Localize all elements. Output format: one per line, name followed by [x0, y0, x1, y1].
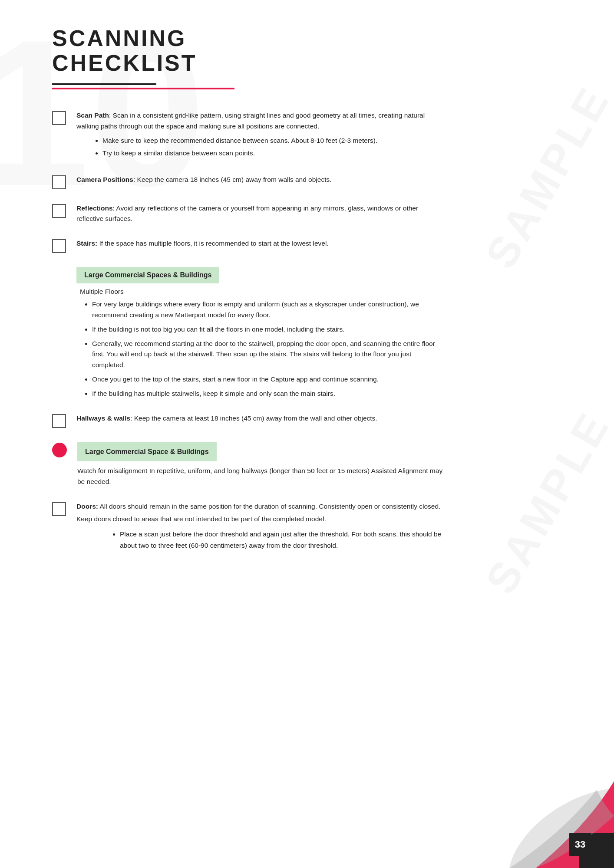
- circle-icon-lc2: [52, 443, 67, 457]
- reflections-label: Reflections: [76, 204, 113, 212]
- lc-bullet-3: Generally, we recommend starting at the …: [92, 339, 443, 371]
- svg-point-0: [487, 762, 614, 868]
- page-number: 33: [569, 833, 591, 856]
- doors-bullet-1: Place a scan just before the door thresh…: [120, 529, 443, 551]
- checklist-item-camera: Camera Positions: Keep the camera 18 inc…: [52, 174, 443, 189]
- checkbox-stairs[interactable]: [52, 239, 66, 253]
- large-commercial-section-1: Large Commercial Spaces & Buildings Mult…: [52, 267, 443, 399]
- checklist-item-lc2: Large Commercial Space & Buildings Watch…: [52, 442, 443, 487]
- large-commercial-header-2: Large Commercial Space & Buildings: [77, 442, 217, 462]
- doors-label: Doors:: [76, 503, 98, 510]
- page-header: SCANNING CHECKLIST: [52, 26, 443, 89]
- lc-bullet-4: Once you get to the top of the stairs, s…: [92, 374, 443, 385]
- checklist-item-hallways: Hallways & walls: Keep the camera at lea…: [52, 413, 443, 428]
- checkbox-scan-path[interactable]: [52, 111, 66, 125]
- scan-path-bullets: Make sure to keep the recommended distan…: [102, 135, 443, 159]
- header-line-dark: [52, 83, 156, 85]
- header-line-red: [52, 88, 234, 89]
- doors-bullets-container: Place a scan just before the door thresh…: [111, 529, 443, 551]
- checkbox-reflections[interactable]: [52, 204, 66, 218]
- header-lines: [52, 83, 443, 89]
- scan-path-text: Scan Path: Scan in a consistent grid-lik…: [76, 110, 443, 160]
- camera-label: Camera Positions: [76, 176, 133, 183]
- multiple-floors-label: Multiple Floors: [80, 288, 443, 296]
- hallways-label: Hallways & walls: [76, 414, 130, 422]
- stairs-text: Stairs: If the space has multiple floors…: [76, 238, 443, 249]
- checkbox-doors[interactable]: [52, 502, 66, 516]
- hallways-desc: : Keep the camera at least 18 inches (45…: [130, 414, 377, 422]
- lc2-text: Large Commercial Space & Buildings Watch…: [77, 442, 443, 487]
- sample-watermark-1: SAMPLE: [476, 77, 614, 277]
- main-content: SCANNING CHECKLIST Scan Path: Scan in a …: [0, 0, 478, 592]
- checklist-section: Scan Path: Scan in a consistent grid-lik…: [52, 110, 443, 552]
- scan-path-label: Scan Path: [76, 112, 109, 119]
- camera-text: Camera Positions: Keep the camera 18 inc…: [76, 174, 443, 185]
- lc-bullet-2: If the building is not too big you can f…: [92, 324, 443, 335]
- checklist-item-stairs: Stairs: If the space has multiple floors…: [52, 238, 443, 253]
- doors-desc1: All doors should remain in the same posi…: [98, 503, 440, 510]
- checklist-item-scan-path: Scan Path: Scan in a consistent grid-lik…: [52, 110, 443, 160]
- large-commercial-header-1: Large Commercial Spaces & Buildings: [76, 267, 219, 283]
- checklist-item-doors: Doors: All doors should remain in the sa…: [52, 501, 443, 553]
- page-title: SCANNING CHECKLIST: [52, 26, 443, 76]
- checklist-item-reflections: Reflections: Avoid any reflections of th…: [52, 203, 443, 225]
- lc2-desc: Watch for misalignment In repetitive, un…: [77, 466, 443, 487]
- lc-bullet-5: If the building has multiple stairwells,…: [92, 388, 443, 399]
- doors-desc2: Keep doors closed to areas that are not …: [76, 514, 443, 525]
- scan-path-desc: : Scan in a consistent grid-like pattern…: [76, 112, 425, 130]
- scan-path-bullet-2: Try to keep a similar distance between s…: [102, 148, 443, 159]
- doors-main-text: Doors: All doors should remain in the sa…: [76, 501, 443, 512]
- camera-desc: : Keep the camera 18 inches (45 cm) away…: [133, 176, 332, 183]
- reflections-text: Reflections: Avoid any reflections of th…: [76, 203, 443, 225]
- checkbox-hallways[interactable]: [52, 414, 66, 428]
- sample-watermark-2: SAMPLE: [476, 403, 614, 602]
- large-commercial-content-1: Multiple Floors For very large buildings…: [76, 288, 443, 399]
- large-commercial-bullets-1: For very large buildings where every flo…: [92, 299, 443, 399]
- lc-bullet-1: For very large buildings where every flo…: [92, 299, 443, 321]
- doors-text: Doors: All doors should remain in the sa…: [76, 501, 443, 553]
- checkbox-camera[interactable]: [52, 175, 66, 189]
- reflections-desc: : Avoid any reflections of the camera or…: [76, 204, 418, 223]
- stairs-desc: If the space has multiple floors, it is …: [97, 240, 328, 247]
- page-wrapper: 10 SAMPLE SAMPLE 33 SCANNING CHECKLIST: [0, 0, 614, 868]
- doors-bullets: Place a scan just before the door thresh…: [120, 529, 443, 551]
- stairs-label: Stairs:: [76, 240, 97, 247]
- scan-path-bullet-1: Make sure to keep the recommended distan…: [102, 135, 443, 146]
- hallways-text: Hallways & walls: Keep the camera at lea…: [76, 413, 443, 424]
